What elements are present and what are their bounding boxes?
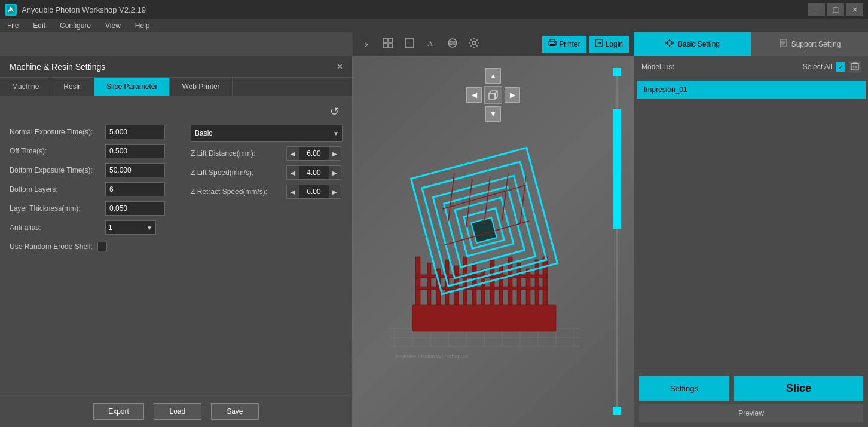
preset-container: Basic Advanced ▼ — [191, 125, 343, 142]
nav-left-button[interactable]: ◀ — [466, 87, 482, 103]
svg-rect-21 — [489, 93, 495, 99]
svg-rect-56 — [415, 287, 547, 290]
viewport-3d: ▲ ▼ ◀ ▶ — [353, 56, 634, 427]
z-retract-speed-inc[interactable]: ▶ — [329, 185, 341, 198]
antialias-select[interactable]: 1 2 4 8 — [105, 220, 156, 235]
title-bar-controls: − □ × — [808, 3, 863, 16]
svg-line-64 — [442, 185, 526, 209]
z-lift-dist-row: Z Lift Distance(mm): ◀ 6.00 ▶ — [191, 146, 343, 161]
toolbar-grid-btn[interactable] — [379, 36, 397, 53]
close-button[interactable]: × — [846, 3, 863, 16]
z-lift-speed-spinbox: ◀ 4.00 ▶ — [286, 165, 341, 180]
main-area: Machine & Resin Settings × Machine Resin… — [0, 56, 868, 427]
z-lift-speed-row: Z Lift Speed(mm/s): ◀ 4.00 ▶ — [191, 165, 343, 180]
maximize-button[interactable]: □ — [827, 3, 844, 16]
toolbar-settings-btn[interactable] — [465, 36, 483, 53]
z-lift-speed-label: Z Lift Speed(mm/s): — [191, 168, 286, 177]
app-icon — [5, 4, 17, 16]
off-time-input[interactable] — [105, 144, 165, 158]
normal-exposure-input[interactable] — [105, 125, 165, 139]
menu-view[interactable]: View — [103, 20, 123, 31]
login-button[interactable]: Login — [589, 36, 629, 53]
toolbar-chevron-btn[interactable]: › — [357, 36, 375, 53]
toolbar-text-btn[interactable]: A — [422, 36, 440, 53]
bottom-exposure-row: Bottom Exposure Time(s): — [10, 163, 186, 177]
title-bar-left: Anycubic Photon Workshop V2.2.19 — [5, 4, 146, 16]
menu-bar: File Edit Configure View Help — [0, 19, 868, 32]
right-panel: Model List Select All ✓ — [634, 56, 868, 427]
refresh-icon: ↺ — [330, 106, 339, 118]
dialog-close-button[interactable]: × — [337, 62, 343, 72]
login-icon — [595, 39, 603, 49]
dialog-title: Machine & Resin Settings — [10, 62, 105, 72]
menu-edit[interactable]: Edit — [30, 20, 48, 31]
refresh-button[interactable]: ↺ — [326, 103, 343, 120]
z-retract-speed-label: Z Retract Speed(mm/s): — [191, 188, 286, 196]
svg-rect-40 — [415, 257, 420, 305]
slider-thumb[interactable] — [613, 109, 621, 229]
bottom-exposure-label: Bottom Exposure Time(s): — [10, 166, 105, 174]
random-erode-label: Use Random Erode Shell: — [10, 242, 93, 251]
select-all-row: Select All ✓ — [803, 61, 861, 73]
params-left: Normal Exposure Time(s): Off Time(s): Bo… — [10, 125, 186, 362]
z-retract-speed-row: Z Retract Speed(mm/s): ◀ 6.00 ▶ — [191, 185, 343, 199]
nav-up-button[interactable]: ▲ — [485, 68, 501, 84]
bottom-exposure-input[interactable] — [105, 163, 165, 177]
menu-file[interactable]: File — [5, 20, 21, 31]
model-item[interactable]: Impresión_01 — [637, 81, 866, 99]
support-setting-tab[interactable]: Support Setting — [751, 32, 868, 56]
random-erode-checkbox[interactable] — [97, 242, 107, 251]
viewport[interactable]: ▲ ▼ ◀ ▶ — [353, 56, 634, 427]
vertical-slider — [612, 68, 622, 415]
z-lift-speed-inc[interactable]: ▶ — [329, 166, 341, 179]
save-button[interactable]: Save — [211, 403, 259, 420]
preview-button[interactable]: Preview — [639, 404, 863, 422]
params-right: Basic Advanced ▼ Z Lift Distance(mm): ◀ … — [191, 125, 343, 362]
select-all-checkbox[interactable]: ✓ — [836, 62, 845, 72]
random-erode-row: Use Random Erode Shell: — [10, 242, 186, 251]
printer-button[interactable]: Printer — [542, 36, 586, 53]
load-button[interactable]: Load — [154, 403, 201, 420]
tab-machine[interactable]: Machine — [0, 78, 51, 96]
z-retract-speed-dec[interactable]: ◀ — [287, 185, 299, 198]
minimize-button[interactable]: − — [808, 3, 825, 16]
antialias-label: Anti-alias: — [10, 223, 105, 232]
dialog-content: ↺ Normal Exposure Time(s): Off Time(s): … — [0, 96, 352, 395]
z-lift-dist-inc[interactable]: ▶ — [329, 147, 341, 160]
z-lift-dist-dec[interactable]: ◀ — [287, 147, 299, 160]
slider-handle-top[interactable] — [613, 68, 621, 76]
menu-help[interactable]: Help — [133, 20, 152, 31]
menu-configure[interactable]: Configure — [57, 20, 93, 31]
settings-button[interactable]: Settings — [639, 376, 729, 401]
toolbar-square-btn[interactable] — [401, 36, 418, 53]
nav-right-button[interactable]: ▶ — [505, 87, 520, 103]
tab-web-printer[interactable]: Web Printer — [170, 78, 232, 96]
layer-thickness-input[interactable] — [105, 201, 165, 216]
preset-select[interactable]: Basic Advanced — [191, 125, 343, 142]
support-setting-icon — [778, 38, 788, 50]
delete-model-button[interactable] — [849, 61, 861, 73]
tab-resin[interactable]: Resin — [51, 78, 94, 96]
off-time-label: Off Time(s): — [10, 147, 105, 155]
select-all-label: Select All — [803, 63, 832, 71]
export-button[interactable]: Export — [93, 403, 144, 420]
model-list-items: Impresión_01 — [634, 78, 868, 371]
antialias-select-wrapper: 1 2 4 8 ▼ — [105, 220, 156, 235]
svg-rect-48 — [490, 260, 494, 305]
toolbar-sphere-btn[interactable] — [444, 36, 461, 53]
slice-button[interactable]: Slice — [734, 376, 863, 401]
tab-slice-parameter[interactable]: Slice Parameter — [94, 78, 170, 96]
z-lift-speed-dec[interactable]: ◀ — [287, 166, 299, 179]
dialog-bottom: Export Load Save — [0, 395, 352, 427]
bottom-layers-input[interactable] — [105, 182, 165, 196]
nav-center — [484, 86, 502, 104]
params-two-col: Normal Exposure Time(s): Off Time(s): Bo… — [10, 125, 343, 362]
settings-icon — [469, 38, 479, 51]
svg-point-16 — [667, 41, 672, 45]
tabs-row: Machine Resin Slice Parameter Web Printe… — [0, 78, 352, 96]
slider-handle-bottom[interactable] — [613, 407, 621, 415]
normal-exposure-row: Normal Exposure Time(s): — [10, 125, 186, 139]
printer-label: Printer — [559, 40, 580, 48]
top-right-buttons: Printer Login — [537, 32, 634, 56]
basic-setting-tab[interactable]: Basic Setting — [634, 32, 751, 56]
